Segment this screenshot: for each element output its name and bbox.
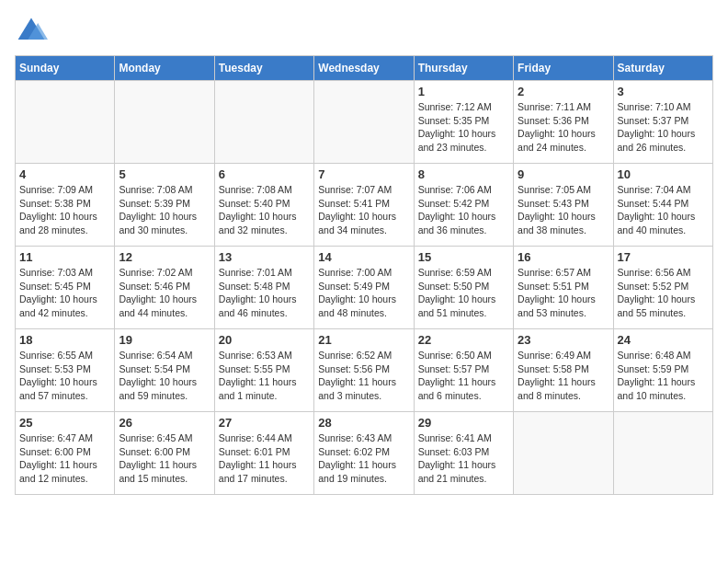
weekday-thursday: Thursday — [414, 56, 513, 81]
day-number: 23 — [518, 333, 609, 347]
calendar-cell: 26Sunrise: 6:45 AM Sunset: 6:00 PM Dayli… — [115, 412, 214, 495]
day-number: 6 — [219, 167, 310, 181]
day-info: Sunrise: 6:43 AM Sunset: 6:02 PM Dayligh… — [318, 431, 409, 486]
day-info: Sunrise: 6:54 AM Sunset: 5:54 PM Dayligh… — [119, 349, 210, 403]
calendar-cell: 5Sunrise: 7:08 AM Sunset: 5:39 PM Daylig… — [115, 164, 214, 247]
day-info: Sunrise: 7:04 AM Sunset: 5:44 PM Dayligh… — [618, 183, 709, 237]
calendar-cell: 1Sunrise: 7:12 AM Sunset: 5:35 PM Daylig… — [414, 81, 513, 164]
day-info: Sunrise: 6:57 AM Sunset: 5:51 PM Dayligh… — [518, 266, 609, 320]
day-number: 4 — [19, 167, 110, 181]
calendar-cell — [214, 81, 313, 164]
day-number: 16 — [518, 250, 609, 264]
day-number: 29 — [418, 416, 509, 430]
day-info: Sunrise: 6:41 AM Sunset: 6:03 PM Dayligh… — [418, 431, 509, 486]
day-info: Sunrise: 7:03 AM Sunset: 5:45 PM Dayligh… — [19, 266, 110, 320]
day-number: 27 — [219, 416, 310, 430]
weekday-tuesday: Tuesday — [214, 56, 313, 81]
day-info: Sunrise: 6:50 AM Sunset: 5:57 PM Dayligh… — [418, 349, 509, 403]
calendar-cell: 25Sunrise: 6:47 AM Sunset: 6:00 PM Dayli… — [16, 412, 115, 495]
weekday-header-row: SundayMondayTuesdayWednesdayThursdayFrid… — [16, 56, 713, 81]
calendar: SundayMondayTuesdayWednesdayThursdayFrid… — [15, 55, 713, 495]
week-row-5: 25Sunrise: 6:47 AM Sunset: 6:00 PM Dayli… — [16, 412, 713, 495]
day-info: Sunrise: 6:55 AM Sunset: 5:53 PM Dayligh… — [19, 349, 110, 403]
day-info: Sunrise: 6:59 AM Sunset: 5:50 PM Dayligh… — [418, 266, 509, 320]
calendar-cell: 14Sunrise: 7:00 AM Sunset: 5:49 PM Dayli… — [314, 247, 414, 329]
week-row-3: 11Sunrise: 7:03 AM Sunset: 5:45 PM Dayli… — [16, 247, 713, 329]
day-number: 26 — [119, 416, 210, 430]
day-info: Sunrise: 7:05 AM Sunset: 5:43 PM Dayligh… — [518, 183, 609, 237]
weekday-wednesday: Wednesday — [314, 56, 414, 81]
day-info: Sunrise: 7:08 AM Sunset: 5:39 PM Dayligh… — [119, 183, 210, 237]
day-info: Sunrise: 6:53 AM Sunset: 5:55 PM Dayligh… — [219, 349, 310, 403]
calendar-cell — [613, 412, 712, 495]
calendar-cell — [115, 81, 214, 164]
day-number: 18 — [19, 333, 110, 347]
day-number: 14 — [318, 250, 409, 264]
calendar-cell: 21Sunrise: 6:52 AM Sunset: 5:56 PM Dayli… — [314, 329, 414, 412]
calendar-cell: 7Sunrise: 7:07 AM Sunset: 5:41 PM Daylig… — [314, 164, 414, 247]
calendar-cell: 28Sunrise: 6:43 AM Sunset: 6:02 PM Dayli… — [314, 412, 414, 495]
calendar-cell: 10Sunrise: 7:04 AM Sunset: 5:44 PM Dayli… — [613, 164, 712, 247]
calendar-cell — [314, 81, 414, 164]
day-info: Sunrise: 6:52 AM Sunset: 5:56 PM Dayligh… — [318, 349, 409, 403]
day-number: 25 — [19, 416, 110, 430]
calendar-cell: 18Sunrise: 6:55 AM Sunset: 5:53 PM Dayli… — [16, 329, 115, 412]
day-info: Sunrise: 7:07 AM Sunset: 5:41 PM Dayligh… — [318, 183, 409, 237]
day-info: Sunrise: 7:02 AM Sunset: 5:46 PM Dayligh… — [119, 266, 210, 320]
day-number: 1 — [418, 85, 509, 98]
calendar-cell: 17Sunrise: 6:56 AM Sunset: 5:52 PM Dayli… — [613, 247, 712, 329]
day-info: Sunrise: 6:56 AM Sunset: 5:52 PM Dayligh… — [618, 266, 709, 320]
week-row-4: 18Sunrise: 6:55 AM Sunset: 5:53 PM Dayli… — [16, 329, 713, 412]
day-info: Sunrise: 7:00 AM Sunset: 5:49 PM Dayligh… — [318, 266, 409, 320]
weekday-sunday: Sunday — [16, 56, 115, 81]
calendar-cell: 2Sunrise: 7:11 AM Sunset: 5:36 PM Daylig… — [514, 81, 613, 164]
logo — [15, 15, 51, 48]
day-info: Sunrise: 7:01 AM Sunset: 5:48 PM Dayligh… — [219, 266, 310, 320]
calendar-cell: 29Sunrise: 6:41 AM Sunset: 6:03 PM Dayli… — [414, 412, 513, 495]
day-number: 5 — [119, 167, 210, 181]
week-row-1: 1Sunrise: 7:12 AM Sunset: 5:35 PM Daylig… — [16, 81, 713, 164]
calendar-cell: 19Sunrise: 6:54 AM Sunset: 5:54 PM Dayli… — [115, 329, 214, 412]
day-number: 22 — [418, 333, 509, 347]
calendar-cell: 15Sunrise: 6:59 AM Sunset: 5:50 PM Dayli… — [414, 247, 513, 329]
day-info: Sunrise: 7:10 AM Sunset: 5:37 PM Dayligh… — [618, 100, 709, 155]
day-number: 21 — [318, 333, 409, 347]
day-number: 3 — [618, 85, 709, 98]
day-info: Sunrise: 7:08 AM Sunset: 5:40 PM Dayligh… — [219, 183, 310, 237]
weekday-saturday: Saturday — [613, 56, 712, 81]
calendar-cell: 23Sunrise: 6:49 AM Sunset: 5:58 PM Dayli… — [514, 329, 613, 412]
calendar-cell — [514, 412, 613, 495]
day-number: 28 — [318, 416, 409, 430]
week-row-2: 4Sunrise: 7:09 AM Sunset: 5:38 PM Daylig… — [16, 164, 713, 247]
day-info: Sunrise: 6:49 AM Sunset: 5:58 PM Dayligh… — [518, 349, 609, 403]
weekday-friday: Friday — [514, 56, 613, 81]
calendar-cell: 16Sunrise: 6:57 AM Sunset: 5:51 PM Dayli… — [514, 247, 613, 329]
page-header — [15, 15, 713, 48]
calendar-cell: 11Sunrise: 7:03 AM Sunset: 5:45 PM Dayli… — [16, 247, 115, 329]
day-number: 2 — [518, 85, 609, 98]
calendar-cell: 27Sunrise: 6:44 AM Sunset: 6:01 PM Dayli… — [214, 412, 313, 495]
logo-icon — [15, 15, 48, 48]
calendar-cell — [16, 81, 115, 164]
day-number: 7 — [318, 167, 409, 181]
day-number: 13 — [219, 250, 310, 264]
day-number: 8 — [418, 167, 509, 181]
day-info: Sunrise: 6:44 AM Sunset: 6:01 PM Dayligh… — [219, 431, 310, 486]
day-info: Sunrise: 6:48 AM Sunset: 5:59 PM Dayligh… — [618, 349, 709, 403]
calendar-cell: 4Sunrise: 7:09 AM Sunset: 5:38 PM Daylig… — [16, 164, 115, 247]
day-info: Sunrise: 7:11 AM Sunset: 5:36 PM Dayligh… — [518, 100, 609, 155]
day-info: Sunrise: 7:06 AM Sunset: 5:42 PM Dayligh… — [418, 183, 509, 237]
day-info: Sunrise: 7:12 AM Sunset: 5:35 PM Dayligh… — [418, 100, 509, 155]
day-number: 19 — [119, 333, 210, 347]
calendar-cell: 8Sunrise: 7:06 AM Sunset: 5:42 PM Daylig… — [414, 164, 513, 247]
day-number: 15 — [418, 250, 509, 264]
day-number: 20 — [219, 333, 310, 347]
calendar-cell: 20Sunrise: 6:53 AM Sunset: 5:55 PM Dayli… — [214, 329, 313, 412]
weekday-monday: Monday — [115, 56, 214, 81]
calendar-cell: 24Sunrise: 6:48 AM Sunset: 5:59 PM Dayli… — [613, 329, 712, 412]
day-number: 12 — [119, 250, 210, 264]
day-info: Sunrise: 6:45 AM Sunset: 6:00 PM Dayligh… — [119, 431, 210, 486]
calendar-cell: 6Sunrise: 7:08 AM Sunset: 5:40 PM Daylig… — [214, 164, 313, 247]
calendar-cell: 9Sunrise: 7:05 AM Sunset: 5:43 PM Daylig… — [514, 164, 613, 247]
calendar-cell: 12Sunrise: 7:02 AM Sunset: 5:46 PM Dayli… — [115, 247, 214, 329]
